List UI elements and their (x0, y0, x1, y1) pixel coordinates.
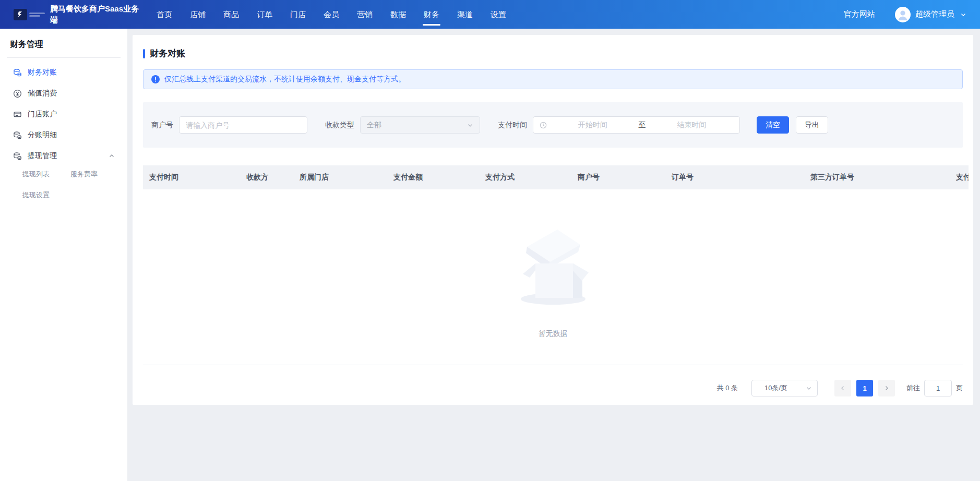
total-count: 共 0 条 (717, 383, 738, 393)
info-alert: 仅汇总线上支付渠道的交易流水，不统计使用余额支付、现金支付等方式。 (143, 69, 963, 89)
official-site-link[interactable]: 官方网站 (844, 9, 875, 19)
page-title: 财务对账 (150, 47, 185, 59)
prev-page-button[interactable] (834, 380, 851, 396)
sidebar-subitem-service-rate[interactable]: 服务费率 (70, 170, 118, 179)
col-order-no: 订单号 (665, 165, 804, 189)
user-name: 超级管理员 (915, 9, 954, 19)
empty-state: 暂无数据 (143, 189, 963, 365)
reconciliation-table: 支付时间 收款方 所属门店 支付金额 支付方式 商户号 订单号 第三方订单号 支… (143, 165, 969, 189)
nav-item-stores[interactable]: 门店 (290, 0, 306, 29)
sidebar-item-label: 财务对账 (28, 68, 57, 77)
nav-item-data[interactable]: 数据 (390, 0, 406, 29)
goto-label: 前往 (906, 383, 920, 393)
merchant-id-label: 商户号 (151, 121, 173, 130)
payment-type-value: 全部 (367, 121, 467, 130)
sidebar-item-reconciliation[interactable]: 财务对账 (0, 62, 127, 83)
nav-item-members[interactable]: 会员 (324, 0, 339, 29)
chevron-up-icon[interactable] (109, 153, 115, 159)
nav-item-goods[interactable]: 商品 (223, 0, 239, 29)
sidebar-item-label: 储值消费 (28, 89, 57, 98)
clock-icon (540, 122, 547, 129)
sidebar-subitem-withdraw-settings[interactable]: 提现设置 (22, 190, 70, 200)
chevron-down-icon (467, 122, 473, 128)
pagination: 共 0 条 10条/页 1 前往 页 (143, 380, 963, 396)
title-accent-bar (143, 49, 145, 58)
next-page-button[interactable] (878, 380, 895, 396)
chevron-down-icon (960, 11, 966, 18)
page-unit-label: 页 (956, 383, 963, 393)
start-time-placeholder[interactable]: 开始时间 (551, 121, 635, 130)
sidebar-subitem-withdraw-list[interactable]: 提现列表 (22, 170, 70, 179)
sidebar-item-split-detail[interactable]: 分账明细 (0, 125, 127, 146)
empty-box-illustration (511, 220, 595, 307)
table-header-row: 支付时间 收款方 所属门店 支付金额 支付方式 商户号 订单号 第三方订单号 支… (143, 165, 969, 189)
payment-type-select[interactable]: 全部 (360, 116, 480, 134)
sidebar-item-store-account[interactable]: 门店账户 (0, 104, 127, 125)
filter-bar: 商户号 收款类型 全部 支付时间 开始时间 至 结束时间 清空 导出 (143, 102, 963, 148)
sidebar-item-label: 分账明细 (28, 130, 57, 140)
sidebar-item-label: 提现管理 (28, 151, 57, 161)
coins-icon (13, 131, 22, 140)
page-size-value: 10条/页 (764, 383, 806, 393)
info-icon (151, 75, 160, 83)
page-title-row: 财务对账 (143, 47, 963, 59)
sidebar-item-stored-value[interactable]: 储值消费 (0, 83, 127, 104)
export-button[interactable]: 导出 (796, 116, 828, 134)
pay-time-range-picker[interactable]: 开始时间 至 结束时间 (533, 116, 740, 134)
nav-item-home[interactable]: 首页 (157, 0, 172, 29)
col-third-party-order-no: 第三方订单号 (804, 165, 950, 189)
nav-item-marketing[interactable]: 营销 (357, 0, 373, 29)
payment-type-label: 收款类型 (325, 121, 354, 130)
col-store: 所属门店 (293, 165, 387, 189)
nav-item-orders[interactable]: 订单 (257, 0, 272, 29)
nav-item-channel[interactable]: 渠道 (457, 0, 473, 29)
coins-icon (13, 152, 22, 161)
sidebar-title: 财务管理 (0, 29, 127, 57)
sidebar-item-withdraw-manage[interactable]: 提现管理 (0, 146, 127, 166)
nav-item-shop[interactable]: 店铺 (190, 0, 206, 29)
col-amount: 支付金额 (387, 165, 479, 189)
coins-icon (13, 68, 22, 77)
col-merchant-id: 商户号 (571, 165, 665, 189)
nav-item-settings[interactable]: 设置 (491, 0, 506, 29)
range-separator: 至 (639, 121, 646, 130)
brand-logo-subtext (29, 11, 45, 18)
brand-title: 腾马餐饮多商户Saas业务端 (50, 4, 143, 25)
withdraw-submenu: 提现列表 服务费率 提现设置 (0, 166, 127, 200)
user-avatar-icon (895, 7, 911, 22)
merchant-id-input[interactable] (179, 116, 307, 134)
top-navbar: 腾马餐饮多商户Saas业务端 首页 店铺 商品 订单 门店 会员 营销 数据 财… (0, 0, 980, 29)
clear-button[interactable]: 清空 (757, 116, 789, 134)
table-bottom-divider (143, 365, 963, 365)
empty-text: 暂无数据 (539, 329, 568, 339)
user-dropdown[interactable]: 超级管理员 (895, 7, 966, 22)
navbar-right: 官方网站 超级管理员 (844, 7, 966, 22)
nav-item-finance[interactable]: 财务 (424, 0, 439, 29)
col-truncated: 支付 (950, 165, 969, 189)
goto-page-input[interactable] (924, 380, 952, 396)
brand-logo-icon (14, 9, 27, 20)
sidebar-item-label: 门店账户 (28, 110, 57, 119)
main-content-card: 财务对账 仅汇总线上支付渠道的交易流水，不统计使用余额支付、现金支付等方式。 商… (133, 35, 973, 405)
top-nav-menu: 首页 店铺 商品 订单 门店 会员 营销 数据 财务 渠道 设置 (157, 0, 506, 29)
sidebar-menu: 财务对账 储值消费 门店账户 (0, 58, 127, 200)
end-time-placeholder[interactable]: 结束时间 (650, 121, 734, 130)
page-size-select[interactable]: 10条/页 (751, 380, 818, 396)
page-number-button[interactable]: 1 (856, 380, 873, 396)
ledger-icon (13, 110, 22, 119)
pay-time-label: 支付时间 (498, 121, 527, 130)
active-underline (423, 24, 440, 26)
chevron-down-icon (806, 385, 812, 391)
col-pay-time: 支付时间 (143, 165, 240, 189)
col-payee: 收款方 (240, 165, 293, 189)
sidebar: 财务管理 财务对账 储值消费 (0, 29, 127, 481)
yen-circle-icon (13, 89, 22, 98)
col-pay-method: 支付方式 (479, 165, 571, 189)
alert-text: 仅汇总线上支付渠道的交易流水，不统计使用余额支付、现金支付等方式。 (164, 75, 405, 84)
